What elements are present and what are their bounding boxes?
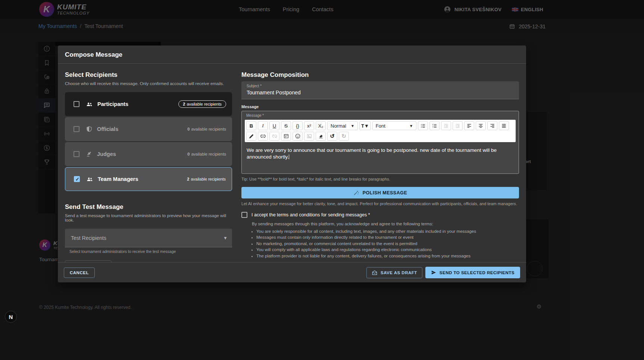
magic-wand-icon <box>353 190 359 196</box>
emoji-button[interactable] <box>293 132 303 141</box>
test-recipients-value: Test Recipients <box>71 235 106 241</box>
message-body-input[interactable]: We are very sorry to announce that our t… <box>242 142 519 173</box>
terms-checkbox-label: I accept the terms and conditions for se… <box>251 212 370 217</box>
recipient-group-officials: Officials 0available recipients <box>65 117 232 141</box>
recipient-group-participants[interactable]: Participants 2available recipients <box>65 92 232 116</box>
judges-checkbox <box>74 151 79 157</box>
code-button[interactable]: {} <box>293 121 303 130</box>
justify-button[interactable] <box>499 121 509 130</box>
terms-bullet: You will comply with all applicable laws… <box>256 247 519 253</box>
draft-envelope-icon <box>372 270 378 276</box>
cancel-button[interactable]: CANCEL <box>64 267 95 278</box>
gavel-icon <box>86 151 93 157</box>
chevron-down-icon: ▼ <box>364 123 369 129</box>
remove-link-button <box>269 132 279 141</box>
subject-value[interactable]: Tournament Postponed <box>247 90 514 96</box>
group-label: Officials <box>97 126 118 132</box>
select-recipients-description: Choose who will receive this message. On… <box>65 81 232 86</box>
recipient-group-team-managers[interactable]: Team Managers 2available recipients <box>65 167 232 191</box>
recipient-count: 2available recipients <box>187 177 226 181</box>
pen-button[interactable] <box>246 132 256 141</box>
recipient-count: 0available recipients <box>187 152 226 156</box>
shield-icon <box>86 126 93 132</box>
redo-button: ↻ <box>339 132 349 141</box>
dev-badge[interactable]: N <box>5 311 17 323</box>
group-label: Judges <box>97 151 116 157</box>
terms-bullet: The platform provider is not liable for … <box>256 253 519 259</box>
send-icon <box>431 270 437 275</box>
indent-button <box>453 121 463 130</box>
text-caret <box>289 154 289 159</box>
bold-button[interactable]: B <box>246 121 256 130</box>
editor-toolbar: B I U S {} x² X₂ Normal▼ T▼ Font▼ <box>245 120 516 142</box>
insert-embed-button[interactable] <box>281 132 291 141</box>
terms-bullet: Messages must contain only information d… <box>256 235 519 240</box>
test-recipients-select[interactable]: Test Recipients ▼ <box>65 229 232 247</box>
team-managers-checkbox[interactable] <box>74 176 80 182</box>
people-icon <box>86 176 93 183</box>
select-recipients-title: Select Recipients <box>65 71 232 79</box>
recipient-count: 0available recipients <box>187 127 226 131</box>
insert-image-button <box>304 132 314 141</box>
underline-button[interactable]: U <box>269 121 279 130</box>
recipient-group-judges: Judges 0available recipients <box>65 142 232 166</box>
text-color-button[interactable]: T▼ <box>359 121 371 130</box>
superscript-button[interactable]: x² <box>304 121 314 130</box>
send-test-description: Send a test message to tournament admini… <box>65 213 232 222</box>
undo-button[interactable]: ↺ <box>327 132 337 141</box>
message-field-label: Message * <box>242 111 519 119</box>
message-editor: Message * B I U S {} x² X₂ Normal▼ T▼ Fo… <box>241 111 519 174</box>
composition-title: Message Composition <box>241 71 519 79</box>
chevron-down-icon: ▼ <box>223 235 228 241</box>
subject-label: Subject * <box>247 84 514 88</box>
align-right-button[interactable] <box>487 121 497 130</box>
outdent-button <box>441 121 451 130</box>
terms-intro: By sending messages through this platfor… <box>252 222 519 226</box>
chevron-down-icon: ▼ <box>409 124 413 128</box>
send-to-recipients-button[interactable]: SEND TO SELECTED RECIPIENTS <box>425 267 520 278</box>
insert-link-button[interactable] <box>258 132 268 141</box>
subscript-button[interactable]: X₂ <box>316 121 326 130</box>
group-label: Team Managers <box>98 176 138 182</box>
polish-message-button[interactable]: POLISH MESSAGE <box>241 187 519 198</box>
italic-button[interactable]: I <box>258 121 268 130</box>
terms-list: You are solely responsible for all conte… <box>256 229 519 259</box>
officials-checkbox <box>74 126 79 132</box>
strikethrough-button[interactable]: S <box>281 121 291 130</box>
message-heading: Message <box>241 104 519 109</box>
numbered-list-button[interactable] <box>429 121 440 130</box>
subject-field[interactable]: Subject * Tournament Postponed <box>241 81 519 99</box>
terms-bullet: You are solely responsible for all conte… <box>256 229 519 234</box>
align-center-button[interactable] <box>476 121 486 130</box>
paragraph-style-select[interactable]: Normal▼ <box>327 121 358 130</box>
page: K KUMITE TECHNOLOGY Tournaments Pricing … <box>0 0 644 360</box>
clear-formatting-button[interactable] <box>316 132 326 141</box>
dialog-footer: CANCEL SAVE AS DRAFT SEND TO SELECTED RE… <box>58 262 526 282</box>
align-left-button[interactable] <box>464 121 474 130</box>
people-icon <box>86 101 93 108</box>
terms-checkbox-row[interactable]: I accept the terms and conditions for se… <box>241 212 519 218</box>
terms-checkbox[interactable] <box>241 212 247 218</box>
chevron-down-icon: ▼ <box>351 124 354 128</box>
font-select[interactable]: Font▼ <box>372 121 416 130</box>
test-recipients-helper: Select tournament administrators to rece… <box>69 249 232 254</box>
terms-bullet: No marketing, promotional, or commercial… <box>256 241 519 247</box>
recipient-count-badge: 2available recipients <box>178 100 226 108</box>
group-label: Participants <box>97 101 128 107</box>
formatting-tip: Tip: Use **bold** for bold text, *italic… <box>241 177 519 181</box>
compose-message-dialog: Compose Message Select Recipients Choose… <box>58 46 526 282</box>
dialog-title: Compose Message <box>58 46 526 64</box>
bulleted-list-button[interactable] <box>418 121 428 130</box>
send-test-title: Send Test Message <box>65 203 232 211</box>
participants-checkbox[interactable] <box>74 101 79 107</box>
save-as-draft-button[interactable]: SAVE AS DRAFT <box>366 267 422 278</box>
polish-description: Let AI enhance your message for better c… <box>241 201 519 206</box>
